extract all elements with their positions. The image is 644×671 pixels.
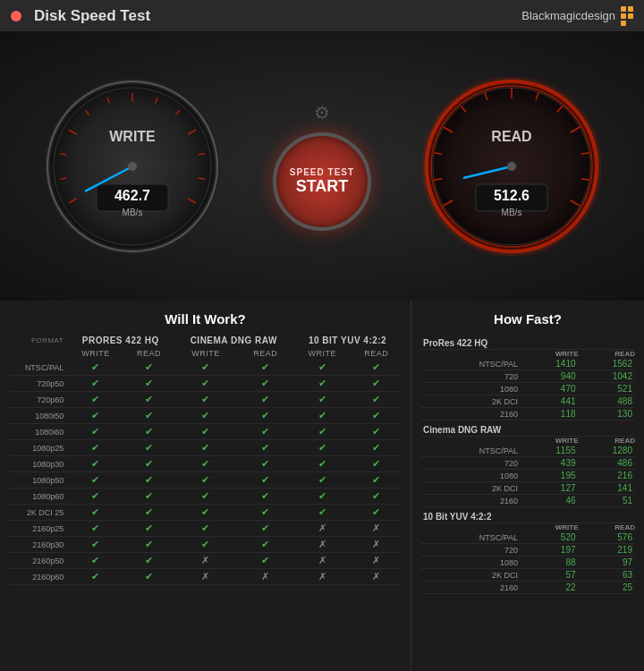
compat-cell: ✔: [174, 392, 237, 408]
speed-test-button[interactable]: SPEED TEST START: [273, 132, 371, 231]
check-mark: ✔: [145, 490, 153, 501]
dng-read-header: READ: [237, 347, 293, 360]
check-mark: ✔: [372, 378, 380, 388]
table-row: 1080p25✔✔✔✔✔✔: [9, 440, 402, 456]
format-cell: 720p50: [9, 376, 67, 392]
compat-cell: ✔: [124, 505, 174, 521]
read-val-cell: 576: [579, 531, 635, 544]
speed-row: 2160118130: [420, 408, 635, 420]
check-mark: ✔: [91, 474, 99, 485]
write-val-cell: 1155: [521, 445, 578, 457]
wr-header-row: WRITEREAD: [420, 350, 635, 359]
read-col-header: READ: [579, 350, 635, 359]
compat-cell: ✔: [67, 424, 123, 440]
compat-cell: ✔: [174, 521, 237, 537]
compat-cell: ✔: [293, 472, 351, 488]
check-mark: ✔: [145, 361, 153, 372]
compat-cell: ✔: [67, 408, 123, 424]
close-button[interactable]: [11, 11, 21, 21]
check-mark: ✔: [372, 506, 380, 517]
check-mark: ✔: [91, 571, 99, 582]
compat-cell: ✔: [124, 408, 174, 424]
check-mark: ✔: [318, 458, 326, 469]
format-cell: 2160p50: [9, 553, 67, 569]
compat-cell: ✗: [293, 521, 351, 537]
compat-cell: ✔: [351, 392, 402, 408]
compat-cell: ✔: [293, 408, 351, 424]
speed-row: 21604651: [420, 495, 635, 507]
read-val-cell: 1042: [579, 370, 635, 383]
cross-mark: ✗: [372, 539, 380, 549]
compat-cell: ✔: [174, 408, 237, 424]
compat-cell: ✔: [124, 569, 174, 585]
check-mark: ✔: [91, 442, 99, 453]
compat-cell: ✔: [124, 553, 174, 569]
table-row: 1080p30✔✔✔✔✔✔: [9, 456, 402, 472]
res-name-cell: 1080: [420, 383, 521, 395]
compat-cell: ✔: [174, 537, 237, 553]
check-mark: ✔: [91, 506, 99, 517]
write-val-cell: 197: [521, 544, 578, 556]
compat-cell: ✗: [351, 553, 402, 569]
res-name-cell: 2160: [420, 582, 521, 594]
check-mark: ✔: [261, 555, 269, 565]
table-row: 720p50✔✔✔✔✔✔: [9, 376, 402, 392]
write-val-cell: 195: [521, 470, 578, 482]
compat-cell: ✔: [237, 472, 293, 488]
compat-cell: ✔: [237, 456, 293, 472]
format-cell: 1080i50: [9, 408, 67, 424]
compat-cell: ✔: [124, 488, 174, 505]
compat-cell: ✔: [293, 488, 351, 505]
check-mark: ✔: [372, 458, 380, 469]
format-cell: 1080p25: [9, 440, 67, 456]
check-mark: ✔: [201, 426, 209, 437]
check-mark: ✔: [261, 442, 269, 453]
write-val-cell: 470: [521, 383, 578, 395]
compat-cell: ✔: [237, 376, 293, 392]
check-mark: ✔: [318, 361, 326, 372]
compat-cell: ✔: [124, 360, 174, 376]
compat-cell: ✗: [293, 553, 351, 569]
compat-cell: ✔: [124, 376, 174, 392]
check-mark: ✔: [145, 571, 153, 582]
check-mark: ✔: [318, 506, 326, 517]
compat-cell: ✔: [124, 472, 174, 488]
compat-cell: ✔: [67, 456, 123, 472]
prores-write-header: WRITE: [67, 347, 123, 360]
res-name-cell: 2K DCI: [420, 569, 521, 582]
format-cell: 1080p30: [9, 456, 67, 472]
compat-cell: ✗: [351, 521, 402, 537]
write-val-cell: 22: [521, 582, 578, 594]
check-mark: ✔: [145, 410, 153, 420]
check-mark: ✔: [201, 442, 209, 453]
check-mark: ✔: [145, 426, 153, 437]
res-name-cell: NTSC/PAL: [420, 531, 521, 544]
compat-cell: ✔: [293, 360, 351, 376]
check-mark: ✔: [91, 555, 99, 565]
cross-mark: ✗: [318, 555, 326, 565]
yuv-read-header: READ: [351, 347, 402, 360]
svg-point-22: [128, 162, 137, 171]
check-mark: ✔: [91, 426, 99, 437]
gear-icon: ⚙: [314, 102, 330, 123]
read-val-cell: 51: [579, 495, 635, 507]
check-mark: ✔: [318, 490, 326, 501]
res-name-cell: 1080: [420, 556, 521, 569]
codec-header-row: Cinema DNG RAW: [420, 420, 635, 437]
res-name-cell: NTSC/PAL: [420, 445, 521, 457]
write-val-cell: 441: [521, 395, 578, 408]
write-gauge: WRITE 462.7 MB/s: [43, 77, 222, 256]
read-val-cell: 521: [579, 383, 635, 395]
read-val-cell: 488: [579, 395, 635, 408]
table-row: 2160p25✔✔✔✔✗✗: [9, 521, 402, 537]
compat-cell: ✗: [293, 537, 351, 553]
check-mark: ✔: [201, 410, 209, 420]
check-mark: ✔: [145, 458, 153, 469]
cross-mark: ✗: [372, 571, 380, 582]
write-val-cell: 127: [521, 482, 578, 495]
compat-cell: ✔: [174, 440, 237, 456]
check-mark: ✔: [201, 490, 209, 501]
compat-cell: ✔: [237, 488, 293, 505]
read-val-cell: 63: [579, 569, 635, 582]
check-mark: ✔: [372, 410, 380, 420]
